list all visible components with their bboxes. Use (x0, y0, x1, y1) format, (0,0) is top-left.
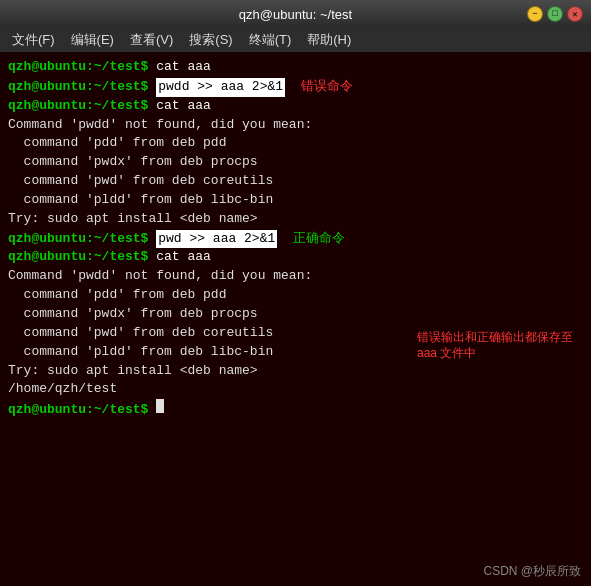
output-text-4: command 'pwd' from deb coreutils (8, 172, 273, 191)
prompt-1: qzh@ubuntu:~/test$ (8, 58, 156, 77)
menu-bar: 文件(F) 编辑(E) 查看(V) 搜索(S) 终端(T) 帮助(H) (0, 28, 591, 52)
output-1: Command 'pwdd' not found, did you mean: (8, 116, 583, 135)
output-2: command 'pdd' from deb pdd (8, 134, 583, 153)
correct-label-1: 正确命令 (293, 229, 345, 248)
output-6: Try: sudo apt install <deb name> (8, 210, 583, 229)
watermark: CSDN @秒辰所致 (483, 563, 581, 580)
output-8: command 'pdd' from deb pdd (8, 286, 583, 305)
output-text-11: command 'pldd' from deb libc-bin (8, 343, 273, 362)
output-text-6: Try: sudo apt install <deb name> (8, 210, 258, 229)
title-bar: qzh@ubuntu: ~/test − □ ✕ (0, 0, 591, 28)
output-3: command 'pwdx' from deb procps (8, 153, 583, 172)
terminal-line-2: qzh@ubuntu:~/test$ pwdd >> aaa 2>&1 错误命令 (8, 77, 583, 97)
output-13: /home/qzh/test (8, 380, 583, 399)
output-text-8: command 'pdd' from deb pdd (8, 286, 226, 305)
output-12: Try: sudo apt install <deb name> (8, 362, 583, 381)
output-4: command 'pwd' from deb coreutils (8, 172, 583, 191)
output-text-13: /home/qzh/test (8, 380, 117, 399)
error-label-1: 错误命令 (301, 77, 353, 96)
menu-view[interactable]: 查看(V) (122, 29, 181, 51)
prompt-final: qzh@ubuntu:~/test$ (8, 401, 156, 420)
output-text-1: Command 'pwdd' not found, did you mean: (8, 116, 312, 135)
prompt-4: qzh@ubuntu:~/test$ (8, 230, 156, 249)
output-text-5: command 'pldd' from deb libc-bin (8, 191, 273, 210)
annotation-label: 错误输出和正确输出都保存至aaa 文件中 (417, 329, 573, 363)
output-11: command 'pldd' from deb libc-bin 错误输出和正确… (8, 343, 583, 362)
cmd-1: cat aaa (156, 58, 211, 77)
output-7: Command 'pwdd' not found, did you mean: (8, 267, 583, 286)
output-text-12: Try: sudo apt install <deb name> (8, 362, 258, 381)
menu-file[interactable]: 文件(F) (4, 29, 63, 51)
prompt-2: qzh@ubuntu:~/test$ (8, 78, 156, 97)
cmd-2-highlight: pwdd >> aaa 2>&1 (156, 78, 285, 97)
window-title: qzh@ubuntu: ~/test (239, 7, 352, 22)
prompt-5: qzh@ubuntu:~/test$ (8, 248, 156, 267)
terminal-line-1: qzh@ubuntu:~/test$ cat aaa (8, 58, 583, 77)
menu-edit[interactable]: 编辑(E) (63, 29, 122, 51)
window-controls: − □ ✕ (527, 6, 583, 22)
maximize-button[interactable]: □ (547, 6, 563, 22)
terminal-line-final: qzh@ubuntu:~/test$ (8, 399, 583, 420)
terminal-line-3: qzh@ubuntu:~/test$ cat aaa (8, 97, 583, 116)
menu-terminal[interactable]: 终端(T) (241, 29, 300, 51)
cmd-5: cat aaa (156, 248, 211, 267)
output-text-9: command 'pwdx' from deb procps (8, 305, 258, 324)
terminal-line-4: qzh@ubuntu:~/test$ pwd >> aaa 2>&1 正确命令 (8, 229, 583, 249)
terminal-window: qzh@ubuntu: ~/test − □ ✕ 文件(F) 编辑(E) 查看(… (0, 0, 591, 586)
output-text-3: command 'pwdx' from deb procps (8, 153, 258, 172)
terminal-body[interactable]: qzh@ubuntu:~/test$ cat aaa qzh@ubuntu:~/… (0, 52, 591, 586)
output-text-7: Command 'pwdd' not found, did you mean: (8, 267, 312, 286)
cmd-4-highlight: pwd >> aaa 2>&1 (156, 230, 277, 249)
close-button[interactable]: ✕ (567, 6, 583, 22)
output-text-10: command 'pwd' from deb coreutils (8, 324, 273, 343)
terminal-line-5: qzh@ubuntu:~/test$ cat aaa (8, 248, 583, 267)
menu-help[interactable]: 帮助(H) (299, 29, 359, 51)
minimize-button[interactable]: − (527, 6, 543, 22)
output-5: command 'pldd' from deb libc-bin (8, 191, 583, 210)
menu-search[interactable]: 搜索(S) (181, 29, 240, 51)
output-text-2: command 'pdd' from deb pdd (8, 134, 226, 153)
prompt-3: qzh@ubuntu:~/test$ (8, 97, 156, 116)
output-9: command 'pwdx' from deb procps (8, 305, 583, 324)
cursor (156, 399, 164, 413)
cmd-3: cat aaa (156, 97, 211, 116)
